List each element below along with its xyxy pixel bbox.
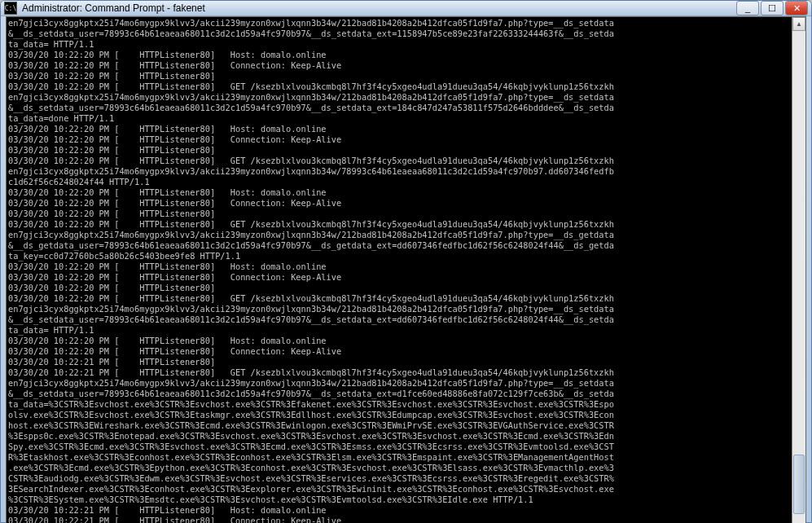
vertical-scrollbar[interactable]: ▲ ▼ — [792, 17, 805, 523]
app-window: C:\ Administrator: Command Prompt - fake… — [0, 0, 812, 523]
cmd-icon: C:\ — [4, 2, 17, 15]
scroll-up-button[interactable]: ▲ — [792, 17, 805, 31]
scroll-thumb[interactable] — [793, 455, 805, 514]
console-output[interactable]: en7gjci3cyx8ggkptx25i74mo6mygpx9klvv3/ak… — [7, 17, 792, 523]
scroll-track[interactable] — [792, 31, 805, 523]
titlebar[interactable]: C:\ Administrator: Command Prompt - fake… — [1, 1, 811, 16]
minimize-button[interactable]: _ — [736, 1, 759, 15]
client-area: en7gjci3cyx8ggkptx25i74mo6mygpx9klvv3/ak… — [6, 16, 806, 523]
title-text: Administrator: Command Prompt - fakenet — [22, 2, 736, 14]
window-controls: _ ☐ ✕ — [736, 1, 808, 15]
close-button[interactable]: ✕ — [785, 1, 808, 15]
maximize-button[interactable]: ☐ — [761, 1, 783, 15]
